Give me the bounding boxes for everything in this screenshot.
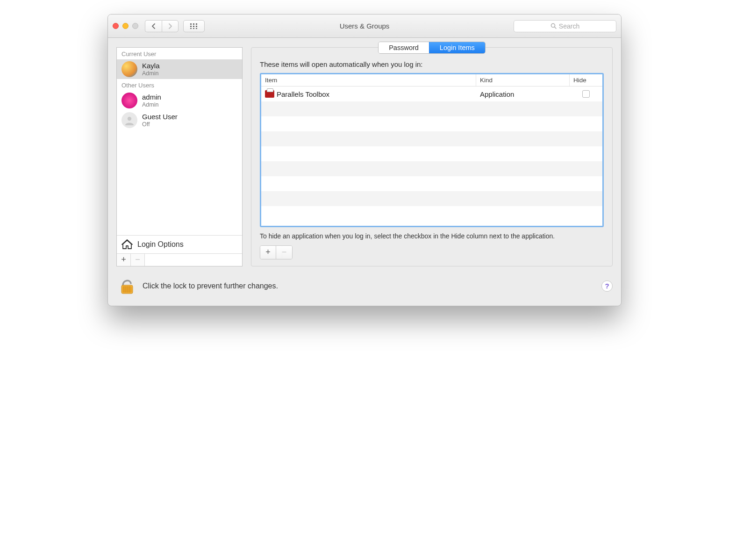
users-sidebar: Current User Kayla Admin Other Users adm… (116, 47, 243, 266)
table-row-empty (261, 161, 602, 176)
table-row-empty (261, 176, 602, 191)
table-row-empty (261, 206, 602, 221)
table-row-empty (261, 131, 602, 146)
avatar (122, 112, 137, 128)
svg-rect-2 (196, 23, 197, 25)
col-header-kind[interactable]: Kind (476, 74, 570, 86)
svg-rect-3 (190, 26, 192, 27)
nav-buttons (145, 20, 179, 32)
svg-rect-1 (193, 23, 194, 25)
col-header-hide[interactable]: Hide (570, 74, 602, 86)
sidebar-user-kayla[interactable]: Kayla Admin (117, 59, 242, 79)
user-role: Admin (142, 101, 161, 108)
user-add-remove-bar: + − (117, 253, 242, 266)
app-icon (265, 90, 274, 98)
add-login-item-button[interactable]: + (260, 246, 276, 259)
login-items-table: Item Kind Hide Parallels Toolbox Applica… (260, 73, 604, 227)
item-name: Parallels Toolbox (277, 90, 329, 98)
login-items-intro: These items will open automatically when… (260, 60, 604, 68)
footer: Click the lock to prevent further change… (108, 272, 621, 306)
col-header-item[interactable]: Item (261, 74, 476, 86)
login-items-add-remove-bar: + − (260, 245, 293, 259)
remove-user-button[interactable]: − (131, 254, 145, 266)
chevron-left-icon (151, 23, 156, 29)
user-role: Admin (142, 70, 160, 77)
search-input[interactable]: Search (514, 20, 616, 32)
help-button[interactable]: ? (601, 280, 613, 292)
minimize-window-button[interactable] (122, 23, 129, 29)
help-icon: ? (605, 282, 609, 290)
tab-password[interactable]: Password (379, 42, 429, 53)
item-kind: Application (476, 90, 570, 98)
avatar (122, 93, 137, 108)
forward-button[interactable] (162, 20, 179, 32)
back-button[interactable] (145, 20, 162, 32)
svg-rect-7 (193, 28, 194, 29)
main-panel: Password Login Items These items will op… (251, 47, 613, 266)
avatar (122, 61, 137, 77)
svg-line-10 (554, 27, 556, 29)
tab-bar: Password Login Items (378, 42, 486, 54)
user-role: Off (142, 121, 178, 128)
sidebar-user-admin[interactable]: admin Admin (117, 91, 242, 110)
section-other-users: Other Users (117, 79, 242, 91)
svg-point-11 (128, 117, 131, 121)
lock-hint-text: Click the lock to prevent further change… (143, 282, 278, 290)
hide-hint-text: To hide an application when you log in, … (260, 232, 604, 241)
sidebar-user-guest[interactable]: Guest User Off (117, 110, 242, 130)
preferences-window: Users & Groups Search Current User Kayla… (107, 14, 622, 306)
lock-icon[interactable] (119, 277, 135, 295)
svg-rect-6 (190, 28, 192, 29)
login-options-button[interactable]: Login Options (117, 235, 242, 253)
user-name: Kayla (142, 62, 160, 70)
svg-rect-0 (190, 23, 192, 25)
table-row-empty (261, 146, 602, 161)
tab-login-items[interactable]: Login Items (429, 42, 485, 53)
remove-login-item-button[interactable]: − (276, 246, 292, 259)
table-row-empty (261, 116, 602, 131)
close-window-button[interactable] (113, 23, 119, 29)
titlebar: Users & Groups Search (108, 14, 621, 38)
grid-icon (190, 23, 198, 29)
house-icon (122, 239, 133, 250)
user-name: admin (142, 93, 161, 101)
section-current-user: Current User (117, 48, 242, 59)
search-placeholder: Search (559, 22, 579, 30)
table-header: Item Kind Hide (261, 74, 602, 86)
hide-checkbox[interactable] (582, 90, 590, 98)
table-row[interactable]: Parallels Toolbox Application (261, 86, 602, 101)
login-options-label: Login Options (137, 240, 184, 249)
search-icon (550, 23, 557, 29)
show-all-button[interactable] (183, 20, 205, 32)
add-user-button[interactable]: + (117, 254, 131, 266)
svg-rect-8 (196, 28, 197, 29)
traffic-lights (113, 23, 138, 29)
user-name: Guest User (142, 113, 178, 121)
chevron-right-icon (168, 23, 172, 29)
window-body: Current User Kayla Admin Other Users adm… (108, 38, 621, 272)
table-row-empty (261, 101, 602, 116)
guest-silhouette-icon (124, 115, 135, 125)
svg-rect-4 (193, 26, 194, 27)
svg-rect-5 (196, 26, 197, 27)
zoom-window-button (132, 23, 138, 29)
table-row-empty (261, 191, 602, 206)
